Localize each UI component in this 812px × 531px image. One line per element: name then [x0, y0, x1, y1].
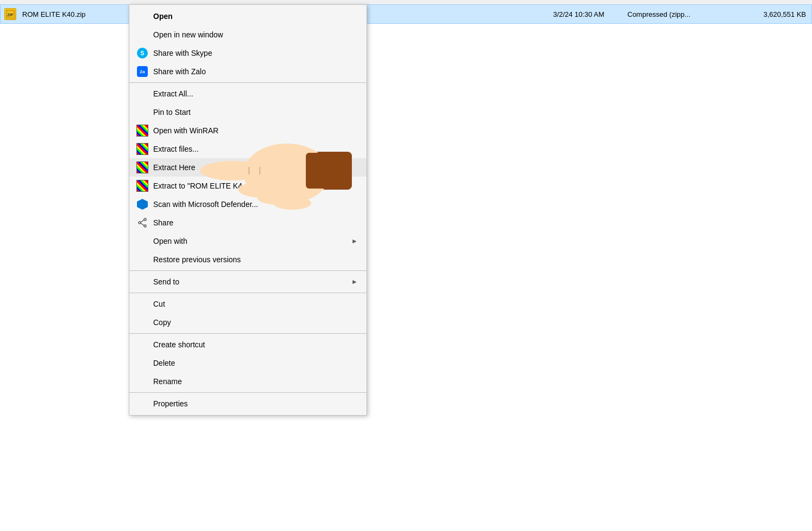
separator-5 [129, 392, 366, 393]
copy-icon [136, 316, 149, 329]
svg-point-5 [139, 222, 141, 224]
menu-item-open-with[interactable]: Open with ► [129, 232, 366, 250]
open-with-icon [136, 235, 149, 248]
share-icon [136, 216, 149, 229]
delete-icon [136, 357, 149, 370]
menu-item-scan-defender[interactable]: Scan with Microsoft Defender... [129, 195, 366, 213]
separator-4 [129, 333, 366, 334]
context-menu: Open Open in new window S Share with Sky… [129, 4, 367, 416]
menu-label-extract-all: Extract All... [153, 89, 358, 98]
menu-label-extract-here: Extract Here [153, 163, 358, 172]
menu-label-scan-defender: Scan with Microsoft Defender... [153, 200, 358, 209]
open-with-arrow: ► [351, 237, 358, 245]
defender-icon [136, 198, 149, 211]
menu-item-cut[interactable]: Cut [129, 295, 366, 313]
zalo-icon: Za [136, 65, 149, 78]
separator-2 [129, 270, 366, 271]
send-to-arrow: ► [351, 278, 358, 286]
menu-label-rename: Rename [153, 377, 358, 386]
menu-item-delete[interactable]: Delete [129, 354, 366, 372]
menu-label-open-with: Open with [153, 237, 351, 245]
file-row: ZIP ROM ELITE K40.zip 3/2/24 10:30 AM Co… [0, 4, 812, 24]
menu-label-delete: Delete [153, 359, 358, 367]
file-date: 3/2/24 10:30 AM [530, 10, 627, 18]
menu-label-open-new-window: Open in new window [153, 30, 358, 39]
svg-point-4 [144, 225, 146, 227]
menu-item-open-winrar[interactable]: Open with WinRAR [129, 121, 366, 140]
menu-item-extract-files[interactable]: Extract files... [129, 140, 366, 158]
menu-label-properties: Properties [153, 399, 358, 408]
zip-icon: ZIP [4, 8, 16, 20]
menu-label-share-skype: Share with Skype [153, 49, 358, 57]
menu-item-share-skype[interactable]: S Share with Skype [129, 44, 366, 62]
skype-icon: S [136, 47, 149, 60]
menu-item-copy[interactable]: Copy [129, 313, 366, 332]
menu-label-share: Share [153, 218, 358, 227]
restore-icon [136, 253, 149, 266]
menu-item-extract-here[interactable]: Extract Here [129, 158, 366, 177]
menu-label-share-zalo: Share with Zalo [153, 67, 358, 76]
menu-label-open: Open [153, 12, 358, 21]
rename-icon [136, 375, 149, 388]
svg-line-7 [141, 223, 144, 225]
create-shortcut-icon [136, 338, 149, 351]
menu-label-copy: Copy [153, 318, 358, 327]
menu-label-extract-to: Extract to "ROM ELITE K4... [153, 182, 358, 190]
svg-text:ZIP: ZIP [8, 13, 14, 17]
menu-label-restore: Restore previous versions [153, 255, 358, 264]
menu-label-send-to: Send to [153, 277, 351, 286]
open-new-window-icon [136, 28, 149, 41]
menu-label-extract-files: Extract files... [153, 145, 358, 153]
cut-icon [136, 297, 149, 310]
menu-label-create-shortcut: Create shortcut [153, 340, 358, 349]
file-type: Compressed (zipp... [627, 10, 736, 18]
menu-label-pin-start: Pin to Start [153, 108, 358, 116]
menu-item-extract-to[interactable]: Extract to "ROM ELITE K4... [129, 177, 366, 195]
separator-3 [129, 293, 366, 293]
menu-item-properties[interactable]: Properties [129, 394, 366, 413]
menu-item-open-new-window[interactable]: Open in new window [129, 25, 366, 44]
background [0, 24, 812, 531]
svg-point-3 [144, 218, 146, 221]
menu-item-extract-all[interactable]: Extract All... [129, 85, 366, 103]
menu-item-open[interactable]: Open [129, 7, 366, 25]
winrar-icon-2 [136, 143, 149, 156]
menu-item-rename[interactable]: Rename [129, 372, 366, 391]
properties-icon [136, 397, 149, 410]
menu-item-pin-start[interactable]: Pin to Start [129, 103, 366, 121]
menu-item-share[interactable]: Share [129, 213, 366, 232]
winrar-icon-1 [136, 124, 149, 137]
separator-1 [129, 82, 366, 83]
file-size: 3,620,551 KB [736, 10, 811, 18]
menu-item-restore[interactable]: Restore previous versions [129, 250, 366, 269]
menu-item-share-zalo[interactable]: Za Share with Zalo [129, 62, 366, 81]
menu-label-cut: Cut [153, 300, 358, 308]
winrar-icon-4 [136, 179, 149, 192]
send-to-icon [136, 275, 149, 288]
winrar-icon-3 [136, 161, 149, 174]
svg-line-6 [141, 220, 144, 222]
open-icon [136, 10, 149, 23]
menu-item-send-to[interactable]: Send to ► [129, 273, 366, 291]
pin-icon [136, 106, 149, 119]
extract-all-icon [136, 87, 149, 100]
menu-label-open-winrar: Open with WinRAR [153, 126, 358, 135]
menu-item-create-shortcut[interactable]: Create shortcut [129, 335, 366, 354]
file-icon: ZIP [1, 8, 20, 20]
